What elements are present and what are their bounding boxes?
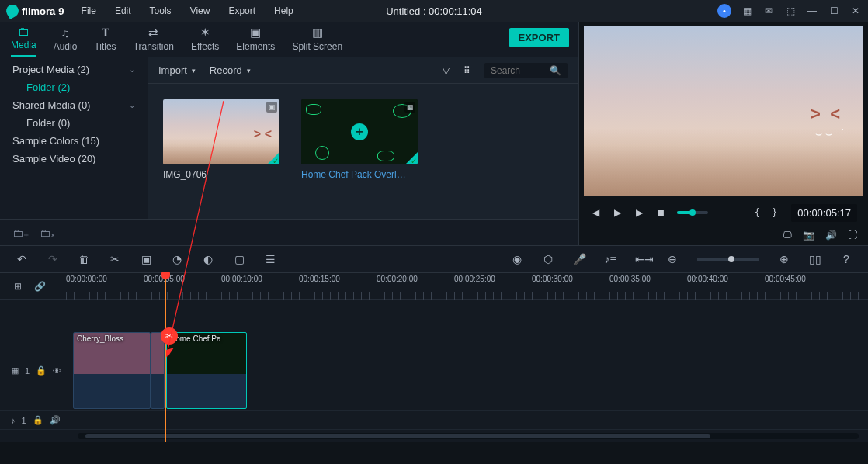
sidebar-item-sample-colors[interactable]: Sample Colors (15): [0, 132, 148, 150]
preview-canvas[interactable]: > < ⌣ ⌣ `: [584, 26, 863, 196]
voiceover-icon[interactable]: 🎤: [573, 253, 585, 265]
play-icon[interactable]: ▶: [612, 207, 623, 218]
mark-in-out-icon[interactable]: { }: [755, 207, 781, 218]
new-folder-icon[interactable]: 🗀₊: [12, 227, 29, 239]
tab-elements[interactable]: ▣Elements: [236, 26, 275, 57]
mic-record-icon[interactable]: ⬚: [784, 5, 797, 17]
sidebar-item-folder-2[interactable]: Folder (2): [0, 78, 148, 96]
timeline-ruler-row: ⊞ 🔗 00:00:00:0000:00:05:0000:00:10:0000:…: [0, 273, 868, 300]
store-icon[interactable]: ▦: [741, 5, 753, 17]
elements-icon: ▣: [250, 26, 261, 40]
preview-transport: ◀ ▶ ▶ ◼ { } 00:00:05:17: [579, 200, 868, 225]
add-icon[interactable]: +: [351, 123, 368, 140]
track-manage-icon[interactable]: ▯▯: [809, 253, 821, 265]
app-logo: filmora9: [6, 5, 64, 17]
menu-export[interactable]: Export: [220, 2, 263, 19]
ruler-tick: 00:00:30:00: [532, 275, 573, 283]
mute-icon[interactable]: 🔊: [50, 415, 61, 425]
filter-icon[interactable]: ▽: [443, 65, 450, 76]
split-icon[interactable]: ✂: [109, 253, 121, 265]
redo-icon[interactable]: ↷: [47, 253, 59, 265]
delete-folder-icon[interactable]: 🗀ₓ: [40, 227, 55, 239]
minimize-icon[interactable]: —: [806, 5, 818, 17]
crop-icon[interactable]: ▣: [140, 253, 152, 265]
menu-view[interactable]: View: [182, 2, 218, 19]
help-icon[interactable]: ?: [840, 253, 852, 265]
ruler-tick: 00:00:25:00: [454, 275, 495, 283]
menu-edit[interactable]: Edit: [107, 2, 139, 19]
maximize-icon[interactable]: ☐: [828, 5, 840, 17]
app-name: filmora: [22, 5, 55, 17]
close-icon[interactable]: ✕: [849, 5, 862, 17]
media-toolbar: Import ▾ Record ▾ ▽ ⠿ 🔍: [148, 57, 578, 84]
record-dropdown[interactable]: Record ▾: [210, 64, 251, 76]
sidebar-item-sample-video[interactable]: Sample Video (20): [0, 150, 148, 168]
profile-avatar[interactable]: •: [717, 4, 731, 18]
tab-transition[interactable]: ⇄Transition: [134, 26, 174, 57]
audio-track-content[interactable]: [73, 411, 868, 429]
sidebar-item-shared-media[interactable]: Shared Media (0)⌄: [0, 96, 148, 114]
zoom-slider[interactable]: [697, 258, 759, 261]
media-item-homechef[interactable]: + ▦ Home Chef Pack Overl…: [301, 99, 418, 180]
stop-icon[interactable]: ◼: [655, 207, 666, 218]
fit-icon[interactable]: ⇤⇥: [635, 253, 648, 265]
link-icon[interactable]: 🔗: [34, 281, 46, 292]
lock-icon[interactable]: 🔒: [33, 415, 43, 425]
tab-titles[interactable]: 𝐓Titles: [94, 26, 116, 57]
prev-frame-icon[interactable]: ◀: [590, 207, 601, 218]
import-dropdown[interactable]: Import ▾: [158, 64, 196, 76]
ruler-tick: 00:00:45:00: [765, 275, 806, 283]
timeline-clip[interactable]: Cherry_Bloss: [73, 332, 151, 409]
audio-track-icon: ♪: [11, 416, 16, 425]
app-version: 9: [58, 5, 64, 17]
fullscreen-icon[interactable]: ⛶: [848, 230, 857, 241]
preview-panel: > < ⌣ ⌣ ` ◀ ▶ ▶ ◼ { } 00:00:05:17 🖵 📷 🔊 …: [579, 22, 868, 245]
mail-icon[interactable]: ✉: [762, 5, 775, 17]
menu-file[interactable]: File: [74, 2, 104, 19]
tab-media[interactable]: 🗀Media: [11, 25, 36, 57]
marker-icon[interactable]: ⬡: [542, 253, 554, 265]
lock-icon[interactable]: 🔒: [36, 365, 47, 376]
audio-track-1: ♪1 🔒 🔊: [0, 411, 868, 430]
export-button[interactable]: EXPORT: [509, 28, 569, 47]
ruler-tick: 00:00:40:00: [687, 275, 728, 283]
timeline-toolbar: ↶ ↷ 🗑 ✂ ▣ ◔ ◐ ▢ ☰ ◉ ⬡ 🎤 ♪≡ ⇤⇥ ⊖ ⊕ ▯▯ ?: [0, 245, 868, 273]
tab-split-screen[interactable]: ▥Split Screen: [292, 26, 342, 57]
quality-icon[interactable]: 🖵: [783, 230, 792, 241]
chevron-down-icon: ▾: [192, 67, 196, 74]
render-icon[interactable]: ◉: [511, 253, 523, 265]
preview-view-controls: 🖵 📷 🔊 ⛶: [579, 225, 868, 245]
tab-effects[interactable]: ✶Effects: [191, 26, 219, 57]
audio-mixer-icon[interactable]: ♪≡: [604, 253, 616, 265]
sidebar-item-folder-0[interactable]: Folder (0): [0, 114, 148, 132]
titlebar: filmora9 File Edit Tools View Export Hel…: [0, 0, 868, 22]
next-frame-icon[interactable]: ▶: [634, 207, 644, 218]
timeline-clip[interactable]: [151, 332, 165, 409]
search-input[interactable]: [491, 65, 545, 76]
eye-icon[interactable]: 👁: [53, 366, 61, 376]
volume-icon[interactable]: 🔊: [825, 230, 837, 241]
sidebar-item-project-media[interactable]: Project Media (2)⌄: [0, 61, 148, 78]
menu-help[interactable]: Help: [266, 2, 301, 19]
annotation-arrow: [224, 101, 224, 365]
delete-icon[interactable]: 🗑: [78, 253, 90, 265]
zoom-out-icon[interactable]: ⊖: [666, 253, 679, 265]
music-note-icon: ♫: [61, 26, 69, 40]
timeline-scrollbar[interactable]: [78, 433, 859, 439]
track-add-icon[interactable]: ⊞: [14, 281, 22, 292]
tab-audio[interactable]: ♫Audio: [54, 26, 78, 57]
transition-icon: ⇄: [148, 26, 158, 40]
grid-view-icon[interactable]: ⠿: [464, 65, 470, 76]
undo-icon[interactable]: ↶: [16, 253, 28, 265]
preview-volume-slider[interactable]: [677, 211, 708, 214]
ruler-tick: 00:00:35:00: [609, 275, 651, 283]
search-icon: 🔍: [550, 65, 561, 76]
menu-tools[interactable]: Tools: [142, 2, 179, 19]
snapshot-icon[interactable]: 📷: [803, 230, 814, 241]
preview-timecode: 00:00:05:17: [791, 204, 857, 222]
search-box[interactable]: 🔍: [484, 63, 568, 78]
media-item-label: Home Chef Pack Overl…: [301, 169, 418, 180]
timeline: ⊞ 🔗 00:00:00:0000:00:05:0000:00:10:0000:…: [0, 273, 868, 442]
split-screen-icon: ▥: [312, 26, 323, 40]
zoom-in-icon[interactable]: ⊕: [778, 253, 790, 265]
